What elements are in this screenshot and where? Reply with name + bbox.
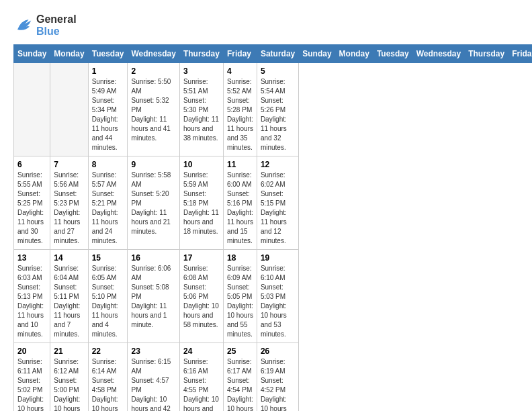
day-number: 18 [227, 253, 253, 263]
day-number: 11 [227, 160, 253, 169]
day-info: Sunrise: 5:58 AM Sunset: 5:20 PM Dayligh… [131, 171, 175, 236]
day-cell: 26Sunrise: 6:19 AM Sunset: 4:52 PM Dayli… [257, 343, 298, 412]
day-cell: 13Sunrise: 6:03 AM Sunset: 5:13 PM Dayli… [14, 250, 50, 343]
header-wednesday: Wednesday [412, 45, 464, 63]
page-header: General Blue [13, 13, 519, 38]
day-number: 8 [92, 160, 124, 169]
day-info: Sunrise: 6:03 AM Sunset: 5:13 PM Dayligh… [17, 264, 46, 339]
day-cell: 25Sunrise: 6:17 AM Sunset: 4:54 PM Dayli… [223, 343, 257, 412]
day-cell: 20Sunrise: 6:11 AM Sunset: 5:02 PM Dayli… [14, 343, 50, 412]
day-cell: 14Sunrise: 6:04 AM Sunset: 5:11 PM Dayli… [50, 250, 88, 343]
header-thursday: Thursday [179, 45, 223, 63]
day-cell: 11Sunrise: 6:00 AM Sunset: 5:16 PM Dayli… [223, 156, 257, 250]
day-info: Sunrise: 6:09 AM Sunset: 5:05 PM Dayligh… [227, 264, 253, 339]
day-info: Sunrise: 5:59 AM Sunset: 5:18 PM Dayligh… [183, 171, 220, 236]
header-saturday: Saturday [257, 45, 298, 63]
logo-icon [13, 15, 34, 36]
day-info: Sunrise: 5:54 AM Sunset: 5:26 PM Dayligh… [261, 77, 295, 152]
day-number: 17 [183, 253, 220, 263]
day-cell: 9Sunrise: 5:58 AM Sunset: 5:20 PM Daylig… [128, 156, 179, 250]
day-cell: 18Sunrise: 6:09 AM Sunset: 5:05 PM Dayli… [223, 250, 257, 343]
day-info: Sunrise: 5:49 AM Sunset: 5:34 PM Dayligh… [92, 77, 124, 152]
header-sunday: Sunday [299, 45, 335, 63]
day-cell: 6Sunrise: 5:55 AM Sunset: 5:25 PM Daylig… [14, 156, 50, 250]
logo-text: General Blue [36, 13, 77, 38]
header-sunday: Sunday [14, 45, 50, 63]
day-cell: 24Sunrise: 6:16 AM Sunset: 4:55 PM Dayli… [179, 343, 223, 412]
day-info: Sunrise: 5:51 AM Sunset: 5:30 PM Dayligh… [183, 77, 220, 143]
day-info: Sunrise: 5:57 AM Sunset: 5:21 PM Dayligh… [92, 171, 124, 246]
day-number: 7 [54, 160, 84, 169]
day-info: Sunrise: 6:15 AM Sunset: 4:57 PM Dayligh… [131, 357, 175, 411]
day-number: 4 [227, 66, 253, 76]
day-number: 15 [92, 253, 124, 263]
day-info: Sunrise: 6:11 AM Sunset: 5:02 PM Dayligh… [17, 357, 46, 411]
day-number: 9 [131, 160, 175, 169]
day-cell: 16Sunrise: 6:06 AM Sunset: 5:08 PM Dayli… [128, 250, 179, 343]
logo: General Blue [13, 13, 77, 38]
day-number: 21 [54, 347, 84, 356]
day-cell: 19Sunrise: 6:10 AM Sunset: 5:03 PM Dayli… [257, 250, 298, 343]
header-tuesday: Tuesday [373, 45, 412, 63]
day-number: 24 [183, 347, 220, 356]
day-number: 22 [92, 347, 124, 356]
day-info: Sunrise: 5:56 AM Sunset: 5:23 PM Dayligh… [54, 171, 84, 246]
week-row-3: 13Sunrise: 6:03 AM Sunset: 5:13 PM Dayli… [14, 250, 533, 343]
day-number: 12 [261, 160, 295, 169]
day-number: 16 [131, 253, 175, 263]
calendar-header-row: SundayMondayTuesdayWednesdayThursdayFrid… [14, 45, 533, 63]
week-row-1: 1Sunrise: 5:49 AM Sunset: 5:34 PM Daylig… [14, 63, 533, 156]
day-cell: 5Sunrise: 5:54 AM Sunset: 5:26 PM Daylig… [257, 63, 298, 156]
calendar-table: SundayMondayTuesdayWednesdayThursdayFrid… [13, 44, 532, 411]
day-number: 19 [261, 253, 295, 263]
day-number: 26 [261, 347, 295, 356]
day-number: 14 [54, 253, 84, 263]
day-info: Sunrise: 5:52 AM Sunset: 5:28 PM Dayligh… [227, 77, 253, 152]
day-cell [14, 63, 50, 156]
day-cell: 12Sunrise: 6:02 AM Sunset: 5:15 PM Dayli… [257, 156, 298, 250]
day-cell [50, 63, 88, 156]
day-info: Sunrise: 5:55 AM Sunset: 5:25 PM Dayligh… [17, 171, 46, 246]
day-number: 6 [17, 160, 46, 169]
header-monday: Monday [335, 45, 373, 63]
day-number: 23 [131, 347, 175, 356]
day-number: 3 [183, 66, 220, 76]
day-info: Sunrise: 6:19 AM Sunset: 4:52 PM Dayligh… [261, 357, 295, 411]
day-info: Sunrise: 6:05 AM Sunset: 5:10 PM Dayligh… [92, 264, 124, 339]
day-info: Sunrise: 6:00 AM Sunset: 5:16 PM Dayligh… [227, 171, 253, 246]
header-monday: Monday [50, 45, 88, 63]
day-cell: 1Sunrise: 5:49 AM Sunset: 5:34 PM Daylig… [88, 63, 128, 156]
day-cell: 15Sunrise: 6:05 AM Sunset: 5:10 PM Dayli… [88, 250, 128, 343]
day-info: Sunrise: 6:04 AM Sunset: 5:11 PM Dayligh… [54, 264, 84, 339]
day-info: Sunrise: 6:17 AM Sunset: 4:54 PM Dayligh… [227, 357, 253, 411]
week-row-4: 20Sunrise: 6:11 AM Sunset: 5:02 PM Dayli… [14, 343, 533, 412]
day-info: Sunrise: 6:02 AM Sunset: 5:15 PM Dayligh… [261, 171, 295, 246]
day-info: Sunrise: 6:06 AM Sunset: 5:08 PM Dayligh… [131, 264, 175, 330]
day-cell: 4Sunrise: 5:52 AM Sunset: 5:28 PM Daylig… [223, 63, 257, 156]
day-cell: 22Sunrise: 6:14 AM Sunset: 4:58 PM Dayli… [88, 343, 128, 412]
day-number: 2 [131, 66, 175, 76]
header-tuesday: Tuesday [88, 45, 128, 63]
day-number: 5 [261, 66, 295, 76]
header-friday: Friday [508, 45, 532, 63]
day-number: 25 [227, 347, 253, 356]
day-info: Sunrise: 6:12 AM Sunset: 5:00 PM Dayligh… [54, 357, 84, 411]
day-info: Sunrise: 5:50 AM Sunset: 5:32 PM Dayligh… [131, 77, 175, 143]
day-info: Sunrise: 6:08 AM Sunset: 5:06 PM Dayligh… [183, 264, 220, 330]
day-number: 1 [92, 66, 124, 76]
header-thursday: Thursday [465, 45, 508, 63]
day-cell: 3Sunrise: 5:51 AM Sunset: 5:30 PM Daylig… [179, 63, 223, 156]
day-cell: 7Sunrise: 5:56 AM Sunset: 5:23 PM Daylig… [50, 156, 88, 250]
day-cell: 23Sunrise: 6:15 AM Sunset: 4:57 PM Dayli… [128, 343, 179, 412]
day-info: Sunrise: 6:14 AM Sunset: 4:58 PM Dayligh… [92, 357, 124, 411]
day-cell: 2Sunrise: 5:50 AM Sunset: 5:32 PM Daylig… [128, 63, 179, 156]
day-cell: 10Sunrise: 5:59 AM Sunset: 5:18 PM Dayli… [179, 156, 223, 250]
day-number: 10 [183, 160, 220, 169]
day-number: 20 [17, 347, 46, 356]
header-friday: Friday [223, 45, 257, 63]
day-cell: 17Sunrise: 6:08 AM Sunset: 5:06 PM Dayli… [179, 250, 223, 343]
day-cell: 21Sunrise: 6:12 AM Sunset: 5:00 PM Dayli… [50, 343, 88, 412]
day-info: Sunrise: 6:16 AM Sunset: 4:55 PM Dayligh… [183, 357, 220, 411]
day-info: Sunrise: 6:10 AM Sunset: 5:03 PM Dayligh… [261, 264, 295, 339]
header-wednesday: Wednesday [128, 45, 179, 63]
